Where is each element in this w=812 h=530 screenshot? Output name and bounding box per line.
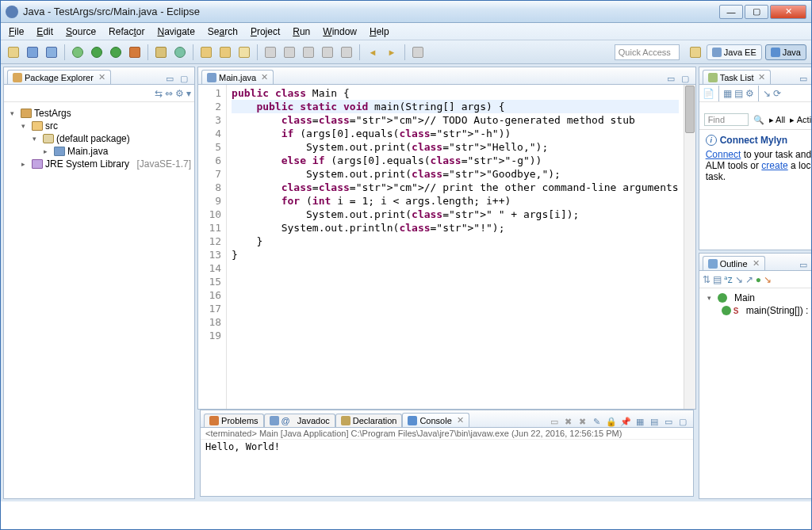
menu-source[interactable]: Source <box>66 26 96 37</box>
debug-button[interactable] <box>70 44 86 60</box>
perspective-java-ee[interactable]: Java EE <box>707 44 762 60</box>
menu-help[interactable]: Help <box>370 26 389 37</box>
menu-project[interactable]: Project <box>251 26 280 37</box>
menu-edit[interactable]: Edit <box>36 26 53 37</box>
view-menu-icon[interactable]: ▾ <box>186 88 191 99</box>
editor-scrollbar[interactable] <box>684 85 695 409</box>
open-perspective-button[interactable] <box>688 44 703 60</box>
new-class-button[interactable] <box>172 44 188 60</box>
show-whitespace-button[interactable] <box>339 44 354 60</box>
console-terminate-icon[interactable]: ✖ <box>577 416 588 427</box>
save-button[interactable] <box>25 44 40 60</box>
tab-main-java[interactable]: Main.java✕ <box>201 70 274 84</box>
outline-hide-fields-icon[interactable]: ▤ <box>713 274 722 285</box>
open-type-button[interactable] <box>198 44 214 60</box>
toggle-mark-button[interactable] <box>262 44 278 60</box>
back-button[interactable]: ◄ <box>365 44 381 60</box>
tab-problems[interactable]: Problems <box>204 414 263 427</box>
menu-window[interactable]: Window <box>323 26 357 37</box>
minimize-editor-icon[interactable]: ▭ <box>665 73 676 84</box>
console-remove-icon[interactable]: ▭ <box>549 416 560 427</box>
open-task-button[interactable] <box>217 44 233 60</box>
close-button[interactable]: ✕ <box>770 5 806 19</box>
link-editor-icon[interactable]: ⇔ <box>165 88 173 99</box>
filters-icon[interactable]: ⚙ <box>175 88 184 99</box>
close-editor-icon[interactable]: ✕ <box>261 72 268 82</box>
menu-search[interactable]: Search <box>208 26 238 37</box>
outline-hide-local-icon[interactable]: ↗ <box>745 274 753 285</box>
tab-declaration[interactable]: Declaration <box>335 414 403 427</box>
tasklist-new-icon[interactable]: 📄 <box>703 88 714 99</box>
tasklist-all-link[interactable]: ▸ All <box>769 115 786 125</box>
tasklist-schedule-icon[interactable]: ▤ <box>734 88 743 99</box>
maximize-button[interactable]: ▢ <box>745 5 768 19</box>
tasklist-find-input[interactable]: Find <box>704 113 749 126</box>
console-minimize-icon[interactable]: ▭ <box>663 416 674 427</box>
collapse-all-icon[interactable]: ⇆ <box>155 88 163 99</box>
run-button[interactable] <box>89 44 105 60</box>
outline-tree[interactable]: ▾ Main S main(String[]) : voi <box>699 288 812 320</box>
tasklist-focus-icon[interactable]: ⚙ <box>745 88 754 99</box>
tab-javadoc[interactable]: @ Javadoc <box>264 414 335 427</box>
pin-button[interactable] <box>410 44 426 60</box>
search-button[interactable] <box>236 44 252 60</box>
mylyn-connect-link[interactable]: Connect <box>706 149 741 160</box>
maximize-editor-icon[interactable]: ▢ <box>680 73 691 84</box>
mylyn-create-link[interactable]: create <box>761 160 787 171</box>
library-icon <box>32 159 43 169</box>
tab-task-list[interactable]: Task List✕ <box>703 70 772 84</box>
menu-navigate[interactable]: Navigate <box>157 26 194 37</box>
minimize-button[interactable]: — <box>719 5 743 19</box>
console-remove-all-icon[interactable]: ✖ <box>563 416 574 427</box>
minimize-view-icon[interactable]: ▭ <box>164 73 175 84</box>
forward-button[interactable]: ► <box>384 44 400 60</box>
close-tab-icon[interactable]: ✕ <box>98 72 105 82</box>
console-display-icon[interactable]: ▦ <box>634 416 645 427</box>
console-scroll-lock-icon[interactable]: 🔒 <box>606 416 617 427</box>
code-editor[interactable]: 12345678910111213141516171819 public cla… <box>198 85 695 409</box>
code-content[interactable]: public class Main { public static void m… <box>227 85 684 409</box>
menu-file[interactable]: File <box>9 26 24 37</box>
console-open-icon[interactable]: ▤ <box>649 416 660 427</box>
menu-run[interactable]: Run <box>293 26 310 37</box>
mylyn-title: Connect Mylyn <box>720 135 787 146</box>
outline-link-icon[interactable]: ↘ <box>764 274 772 285</box>
console-pin-icon[interactable]: 📌 <box>620 416 631 427</box>
prev-edit-button[interactable] <box>301 44 316 60</box>
outline-hide-nonpublic-icon[interactable]: ↘ <box>735 274 743 285</box>
close-tasklist-icon[interactable]: ✕ <box>758 72 765 82</box>
outline-sort-icon[interactable]: ⇅ <box>703 274 710 285</box>
tasklist-activate-link[interactable]: ▸ Acti... <box>790 115 812 125</box>
annotation-nav-button[interactable] <box>282 44 297 60</box>
search-icon[interactable]: 🔍 <box>753 115 764 125</box>
workbench: Package Explorer✕ ▭ ▢ ⇆ ⇔ ⚙ ▾ ▾TestArgs … <box>1 64 811 501</box>
tasklist-sync-icon[interactable]: ⟳ <box>773 88 781 99</box>
run-last-button[interactable] <box>108 44 124 60</box>
tab-console[interactable]: Console✕ <box>402 413 469 427</box>
close-console-icon[interactable]: ✕ <box>457 415 464 425</box>
external-tools-button[interactable] <box>127 44 143 60</box>
tab-outline[interactable]: Outline✕ <box>703 256 765 270</box>
outline-minimize-icon[interactable]: ▭ <box>798 259 809 270</box>
console-output[interactable]: Hello, World! <box>201 440 693 454</box>
maximize-view-icon[interactable]: ▢ <box>178 73 190 84</box>
package-explorer-tree[interactable]: ▾TestArgs ▾src ▾(default package) ▸Main.… <box>4 102 194 175</box>
tasklist-minimize-icon[interactable]: ▭ <box>798 73 809 84</box>
titlebar: Java - TestArgs/src/Main.java - Eclipse … <box>1 1 811 23</box>
next-edit-button[interactable] <box>320 44 335 60</box>
outline-filter-icon[interactable]: ● <box>756 274 761 285</box>
console-clear-icon[interactable]: ✎ <box>592 416 603 427</box>
new-package-button[interactable] <box>153 44 169 60</box>
quick-access-input[interactable]: Quick Access <box>615 44 680 60</box>
console-maximize-icon[interactable]: ▢ <box>677 416 688 427</box>
tab-package-explorer[interactable]: Package Explorer✕ <box>7 70 111 84</box>
perspective-java[interactable]: Java <box>765 44 806 60</box>
outline-hide-static-icon[interactable]: ᵃz <box>724 274 733 285</box>
close-outline-icon[interactable]: ✕ <box>753 258 760 269</box>
tasklist-categorize-icon[interactable]: ▦ <box>723 88 732 99</box>
new-button[interactable] <box>6 44 21 60</box>
method-icon <box>722 306 731 315</box>
save-all-button[interactable] <box>44 44 59 60</box>
tasklist-collapse-icon[interactable]: ↘ <box>763 88 771 99</box>
menu-refactor[interactable]: Refactor <box>109 26 144 37</box>
